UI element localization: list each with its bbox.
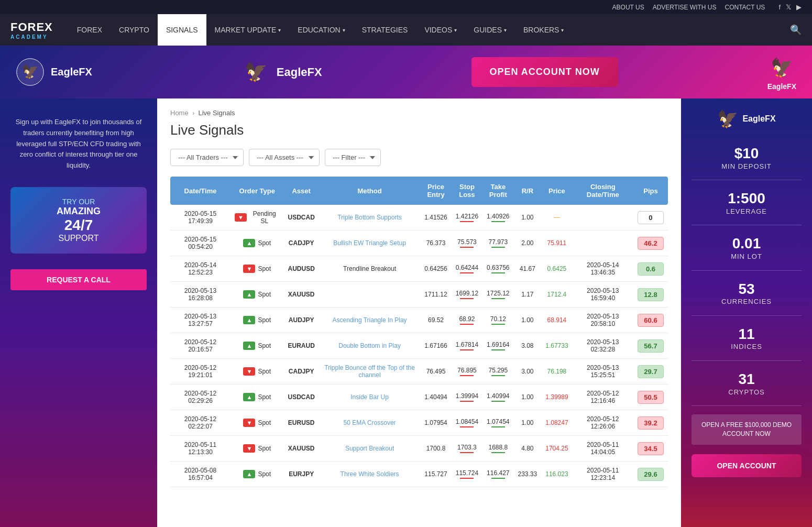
right-stat-indices: 11 INDICES: [731, 325, 762, 351]
cell-price-entry: 1.40494: [420, 385, 451, 410]
col-stop-loss: StopLoss: [452, 177, 482, 205]
cell-asset: EURAUD: [284, 333, 319, 359]
cell-take-profit: 1.40994: [482, 385, 513, 410]
right-stat-cryptos: 31 CRYPTOS: [728, 370, 764, 396]
cell-asset: CADJPY: [284, 230, 319, 256]
cell-asset: CADJPY: [284, 359, 319, 385]
contact-link[interactable]: CONTACT US: [725, 4, 765, 11]
cell-order-type: ▲ Spot: [231, 230, 283, 256]
method-link[interactable]: Inside Bar Up: [350, 393, 389, 401]
cell-rr: 1.00: [514, 410, 542, 436]
page-wrapper: Sign up with EagleFX to join thousands o…: [0, 98, 812, 527]
col-rr: R/R: [514, 177, 542, 205]
cell-take-profit: 70.12: [482, 308, 513, 333]
cell-datetime: 2020-05-12 02:29:26: [170, 385, 231, 410]
cell-method: Trendline Breakout: [319, 256, 420, 282]
cell-rr: 3.08: [514, 333, 542, 359]
nav-item-guides[interactable]: GUIDES ▾: [465, 14, 515, 46]
nav-logo[interactable]: FOREXACADEMY: [10, 20, 53, 40]
breadcrumb-current: Live Signals: [198, 109, 235, 117]
cell-pips: 29.7: [633, 359, 668, 385]
nav-item-market-update[interactable]: MARKET UPDATE ▾: [206, 14, 290, 46]
table-row: 2020-05-13 16:28:08 ▲ Spot XAUUSD 1711.1…: [170, 282, 668, 308]
cell-order-type: ▼ Spot: [231, 436, 283, 462]
request-call-button[interactable]: REQUEST A CALL: [10, 269, 147, 290]
order-badge: ▲ Spot: [243, 316, 271, 324]
cell-stop-loss: 76.895: [452, 359, 482, 385]
traders-filter[interactable]: --- All Traders ---: [170, 149, 244, 166]
cell-price: 0.6425: [541, 256, 572, 282]
cell-asset: USDCAD: [284, 205, 319, 230]
cell-rr: 1.17: [514, 282, 542, 308]
open-account-now-button[interactable]: OPEN ACCOUNT NOW: [471, 57, 618, 87]
nav-items: FOREX CRYPTO SIGNALS MARKET UPDATE ▾ EDU…: [69, 14, 790, 46]
divider: [692, 180, 802, 180]
nav-item-forex[interactable]: FOREX: [69, 14, 111, 46]
cell-price: 75.911: [541, 230, 572, 256]
table-row: 2020-05-13 13:27:57 ▲ Spot AUDJPY Ascend…: [170, 308, 668, 333]
cell-datetime: 2020-05-14 12:52:23: [170, 256, 231, 282]
table-row: 2020-05-12 02:29:26 ▲ Spot USDCAD Inside…: [170, 385, 668, 410]
advertise-link[interactable]: ADVERTISE WITH US: [653, 4, 717, 11]
youtube-icon[interactable]: ▶: [796, 3, 802, 11]
method-link[interactable]: Triple Bottom Supports: [337, 214, 401, 221]
cell-closing-datetime: 2020-05-12 12:26:06: [573, 410, 633, 436]
cell-rr: 233.33: [514, 462, 542, 487]
order-badge: ▲ Spot: [243, 470, 271, 478]
cell-price: 1704.25: [541, 436, 572, 462]
about-us-link[interactable]: ABOUT US: [612, 4, 644, 11]
filter-select[interactable]: --- Filter ---: [325, 149, 381, 166]
order-badge: ▼ Spot: [243, 444, 271, 453]
cell-price-entry: 1711.12: [420, 282, 451, 308]
nav-item-strategies[interactable]: STRATEGIES: [354, 14, 416, 46]
order-direction-badge: ▲: [243, 316, 255, 324]
sidebar-tagline: Sign up with EagleFX to join thousands o…: [10, 117, 147, 171]
method-link[interactable]: Double Bottom in Play: [338, 342, 401, 349]
cell-stop-loss: 1.08454: [452, 410, 482, 436]
pips-badge: 12.8: [638, 288, 664, 301]
price-dash: —: [554, 214, 560, 221]
col-take-profit: TakeProfit: [482, 177, 513, 205]
left-sidebar: Sign up with EagleFX to join thousands o…: [0, 98, 157, 527]
twitter-icon[interactable]: 𝕏: [786, 3, 791, 11]
nav-item-signals[interactable]: SIGNALS: [158, 14, 206, 46]
cell-order-type: ▲ Spot: [231, 385, 283, 410]
nav-item-education[interactable]: EDUCATION ▾: [289, 14, 353, 46]
method-link[interactable]: Ascending Triangle In Play: [333, 316, 407, 324]
cell-take-profit: 77.973: [482, 230, 513, 256]
order-direction-badge: ▲: [243, 290, 255, 299]
cell-method: Ascending Triangle In Play: [319, 308, 420, 333]
eaglefx-right-text: EagleFX: [767, 82, 796, 91]
method-link[interactable]: Tripple Bounce off the Top of the channe…: [324, 364, 415, 379]
nav-item-brokers[interactable]: BROKERS ▾: [515, 14, 572, 46]
cell-stop-loss: 1703.3: [452, 436, 482, 462]
main-content: Home › Live Signals Live Signals --- All…: [157, 98, 681, 527]
pips-badge: 0: [638, 211, 664, 224]
cell-price: 76.198: [541, 359, 572, 385]
method-link[interactable]: Support Breakout: [345, 445, 394, 452]
cell-method: Support Breakout: [319, 436, 420, 462]
cell-asset: EURJPY: [284, 462, 319, 487]
cell-asset: AUDJPY: [284, 308, 319, 333]
assets-filter[interactable]: --- All Assets ---: [249, 149, 320, 166]
cell-pips: 0: [633, 205, 668, 230]
method-link[interactable]: Bullish EW Triangle Setup: [333, 239, 406, 247]
method-link[interactable]: 50 EMA Crossover: [344, 419, 396, 426]
method-link[interactable]: Three White Soldiers: [341, 470, 399, 478]
nav-item-videos[interactable]: VIDEOS ▾: [416, 14, 465, 46]
col-pips: Pips: [633, 177, 668, 205]
order-badge: ▼ Pending SL: [235, 210, 279, 225]
breadcrumb-home[interactable]: Home: [170, 109, 189, 117]
price-value: 1712.4: [547, 291, 567, 298]
banner: 🦅 EagleFX 🦅 EagleFX OPEN ACCOUNT NOW 🦅 E…: [0, 46, 812, 98]
open-demo-account-button[interactable]: OPEN A FREE $100,000 DEMO ACCOUNT NOW: [692, 414, 802, 445]
search-icon[interactable]: 🔍: [790, 24, 802, 36]
nav-item-crypto[interactable]: CRYPTO: [111, 14, 158, 46]
pips-badge: 39.2: [638, 416, 664, 430]
facebook-icon[interactable]: f: [778, 3, 781, 11]
open-account-button[interactable]: OPEN ACCOUNT: [692, 454, 802, 477]
order-badge: ▼ Spot: [243, 367, 271, 376]
cell-take-profit: 1725.12: [482, 282, 513, 308]
cell-take-profit: 1.69164: [482, 333, 513, 359]
right-stat-min-deposit: $10 MIN DEPOSIT: [721, 145, 772, 170]
